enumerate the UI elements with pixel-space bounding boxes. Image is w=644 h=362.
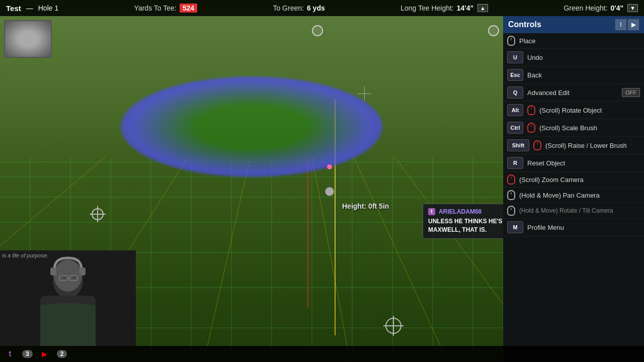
red-vertical-line [307, 157, 308, 308]
ctrl-place-label: Place [519, 37, 640, 45]
advanced-edit-off-badge[interactable]: OFF [622, 88, 640, 97]
marker-circle-top-right [488, 25, 499, 36]
game-title: Test [6, 4, 21, 13]
ctrl-advanced-edit: Q Advanced Edit OFF [503, 84, 644, 102]
youtube-count: 2 [57, 350, 67, 358]
controls-header-buttons: I ▶ [615, 19, 639, 30]
mouse-icon-rotate [527, 105, 535, 115]
ctrl-tilt-label: (Hold & Move) Rotate / Tilt Camera [519, 207, 640, 214]
long-tee-section: Long Tee Height: 14'4" ▲ [400, 4, 488, 12]
svg-point-32 [54, 259, 82, 292]
to-green-section: To Green: 6 yds [273, 4, 325, 12]
chat-message: UNLESS HE THINKS HE'S THE 4TH REINCARNAT… [428, 217, 503, 234]
life-quote-text: is a life of purpose. [2, 252, 48, 258]
chat-bubble: t ARIELADAM68 UNLESS HE THINKS HE'S THE … [423, 204, 503, 239]
height-label: Height: 0ft 5in [342, 202, 389, 210]
twitch-count: 3 [22, 350, 33, 358]
ctrl-reset: R Reset Object [503, 154, 644, 172]
twitch-icon: t [428, 208, 435, 215]
key-m: M [507, 221, 523, 233]
ctrl-scale: Ctrl (Scroll) Scale Brush [503, 119, 644, 137]
bottombar: t 3 ▶ 2 [0, 346, 644, 362]
svg-line-26 [284, 157, 352, 362]
key-alt: Alt [507, 104, 523, 116]
yards-value: 524 [180, 4, 197, 13]
hole-name: Hole 1 [38, 4, 58, 12]
green-height-value: 0'4" [611, 4, 624, 12]
webcam-overlay: is a life of purpose. [0, 250, 136, 346]
blue-oval-shape [121, 76, 382, 177]
shape-thumbnail [4, 20, 52, 58]
ctrl-tilt: (Hold & Move) Rotate / Tilt Camera [503, 203, 644, 219]
dash: — [26, 4, 33, 12]
target-reticle [357, 86, 371, 101]
key-u: U [507, 51, 523, 63]
long-tee-value: 14'4" [457, 4, 473, 12]
thumbnail-preview [5, 21, 51, 57]
yards-label: Yards To Tee: [134, 4, 177, 12]
ctrl-scale-label: (Scroll) Scale Brush [539, 124, 640, 132]
person-silhouette [0, 250, 136, 346]
bottom-cross-marker [383, 316, 404, 336]
controls-title: Controls [508, 20, 541, 29]
mouse-icon-tilt [507, 206, 515, 216]
key-shift: Shift [507, 139, 529, 151]
yards-section: Yards To Tee: 524 [134, 4, 197, 13]
webcam-feed [0, 250, 136, 346]
ctrl-zoom-label: (Scroll) Zoom Camera [519, 176, 640, 184]
controls-panel: Controls I ▶ Place U Undo Esc Back Q Adv… [503, 16, 644, 362]
mouse-icon-scale [527, 123, 535, 133]
ctrl-back: Esc Back [503, 66, 644, 84]
topbar: Test — Hole 1 Yards To Tee: 524 To Green… [0, 0, 644, 16]
green-height-section: Green Height: 0'4" ▼ [564, 4, 638, 12]
controls-expand-button[interactable]: ▶ [628, 19, 639, 30]
ball-marker [325, 187, 334, 196]
ctrl-advanced-edit-label: Advanced Edit [527, 89, 618, 97]
ctrl-undo-label: Undo [527, 54, 640, 61]
marker-circle-top-center [312, 25, 323, 36]
key-q: Q [507, 86, 523, 99]
ctrl-pan: (Hold & Move) Pan Camera [503, 188, 644, 203]
ctrl-reset-label: Reset Object [527, 159, 640, 167]
ctrl-profile: M Profile Menu [503, 219, 644, 236]
left-cross-marker [90, 206, 106, 222]
youtube-icon-bottom[interactable]: ▶ [39, 348, 51, 360]
mouse-icon-raise [533, 140, 541, 150]
ctrl-pan-label: (Hold & Move) Pan Camera [519, 192, 640, 199]
bottom-cross-circle [385, 318, 401, 334]
cross-marker-circle [92, 208, 104, 220]
title-section: Test — Hole 1 [6, 4, 58, 13]
mouse-icon-place [507, 36, 515, 46]
key-esc: Esc [507, 69, 523, 81]
key-r: R [507, 157, 523, 169]
ctrl-rotate-label: (Scroll) Rotate Object [539, 107, 640, 114]
mouse-icon-pan [507, 190, 515, 200]
controls-info-button[interactable]: I [615, 19, 626, 30]
ctrl-zoom: (Scroll) Zoom Camera [503, 172, 644, 188]
ctrl-place: Place [503, 33, 644, 49]
ctrl-back-label: Back [527, 71, 640, 79]
ctrl-undo: U Undo [503, 49, 644, 66]
svg-rect-34 [79, 267, 86, 276]
controls-header: Controls I ▶ [503, 16, 644, 33]
green-height-down-button[interactable]: ▼ [627, 4, 638, 12]
to-green-label: To Green: [273, 4, 303, 12]
svg-rect-33 [50, 267, 56, 276]
pink-marker-dot [327, 164, 332, 169]
youtube-logo: ▶ [42, 350, 47, 358]
ctrl-raise-label: (Scroll) Raise / Lower Brush [545, 142, 640, 149]
long-tee-up-button[interactable]: ▲ [477, 4, 488, 12]
chat-username: t ARIELADAM68 [428, 208, 503, 216]
long-tee-label: Long Tee Height: [400, 4, 454, 12]
twitch-icon-bottom[interactable]: t [4, 348, 16, 360]
svg-rect-35 [63, 277, 67, 279]
green-height-label: Green Height: [564, 4, 607, 12]
game-area[interactable]: Height: 0ft 5in t ARIELADAM68 UNLESS HE … [0, 16, 503, 362]
ctrl-profile-label: Profile Menu [527, 224, 640, 231]
to-green-value: 6 yds [307, 4, 325, 12]
svg-rect-36 [72, 277, 76, 279]
ctrl-rotate: Alt (Scroll) Rotate Object [503, 102, 644, 119]
ctrl-raise-lower: Shift (Scroll) Raise / Lower Brush [503, 137, 644, 154]
key-ctrl: Ctrl [507, 122, 523, 134]
mouse-icon-zoom [507, 174, 515, 185]
